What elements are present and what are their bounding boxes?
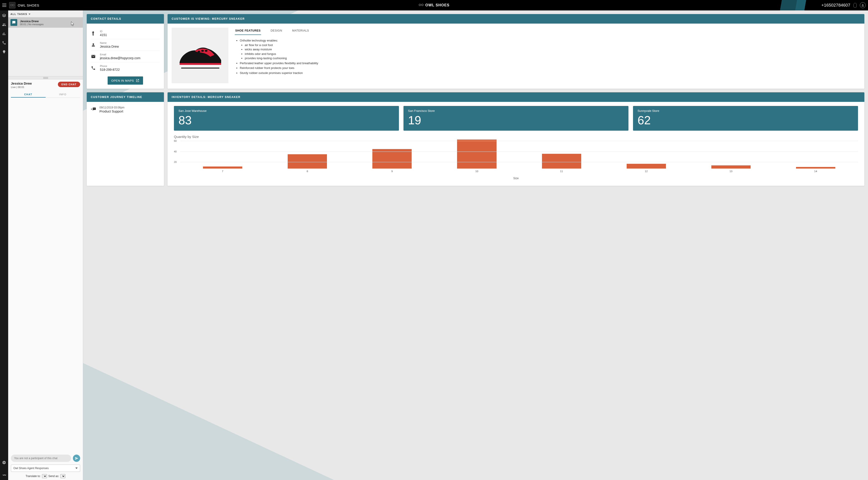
svg-point-5 [95,108,95,109]
svg-point-1 [201,50,204,52]
contact-email-value: jessica.drew@hspycorp.com [100,56,140,60]
tab-shoe-features[interactable]: SHOE FEATURES [235,28,261,35]
owl-logo-icon [9,2,16,8]
incoming-chat-icon [91,107,96,112]
feature-subitem: air flow for a cool foot [245,43,860,47]
inventory-location-card: San Jose Warehouse83 [174,106,399,131]
sneaker-icon [176,39,224,73]
chevron-down-icon [29,13,30,15]
contact-phone-label: Phone [100,65,120,67]
contact-id-value: 4151 [100,33,107,37]
journey-title: CUSTOMER JOURNEY TIMELINE [87,92,164,102]
journey-card: CUSTOMER JOURNEY TIMELINE 09/11/2019 03:… [87,92,164,186]
chart-bar: 14 [782,167,849,173]
chart-title: Quantity by Size [174,135,858,139]
inventory-title: INVENTORY DETAILS: MERCURY SNEAKER [167,92,864,102]
settings-icon[interactable] [2,460,6,465]
chart-x-tick: 8 [307,170,308,173]
feature-item: Sturdy rubber outsole promises superior … [240,71,860,75]
feature-item: Reinforced rubber front protects your to… [240,66,860,70]
chart-bar: 13 [697,165,765,173]
translate-select[interactable] [42,474,47,478]
send-icon [75,457,78,460]
open-external-icon [136,79,140,82]
chart-bar: 11 [528,154,595,173]
feature-subitem: provides long-lasting cushioning [245,56,860,61]
tab-info[interactable]: INFO [45,92,81,98]
brand-center-text: OWL SHOES [425,3,450,7]
tab-design[interactable]: DESIGN [270,28,283,35]
chart-x-tick: 12 [645,170,648,173]
chat-messages-area [11,98,80,453]
chart-y-tick: 40 [174,150,177,153]
header-phone: +16502784607 [822,3,850,8]
product-image [172,28,228,83]
svg-point-3 [93,108,94,109]
open-in-maps-button[interactable]: OPEN IN MAPS [107,76,143,84]
task-filter-label: ALL TASKS [10,13,27,15]
inventory-location-name: Sunnyvale Store [638,109,854,112]
chart-bar: 8 [273,154,341,173]
sendas-select[interactable] [60,474,65,478]
task-row[interactable]: Jessica Drew 00:01 | No messages [8,17,83,28]
inventory-location-name: San Jose Warehouse [179,109,394,112]
phone-icon[interactable] [2,41,6,45]
inventory-location-card: San Francisco Store19 [403,106,628,131]
inventory-location-qty: 62 [638,113,854,127]
feature-subitem: inhibits odor and fungus [245,52,860,56]
agent-responses-select[interactable]: Owl Shoes Agent Responses [11,465,80,472]
brand-center: OWL SHOES [418,3,450,8]
lightbulb-icon[interactable] [2,50,6,54]
contact-phone-value: 518-299-8722 [100,68,120,71]
chart-y-tick: 60 [174,139,177,142]
inventory-location-card: Sunnyvale Store62 [633,106,858,131]
contact-details-title: CONTACT DETAILS [87,14,164,24]
svg-point-2 [205,50,208,52]
task-meta: 00:01 | No messages [20,23,43,26]
tab-chat[interactable]: CHAT [11,92,45,98]
inventory-location-qty: 83 [179,113,394,127]
menu-icon[interactable] [2,4,6,7]
chart-bar: 10 [443,139,511,173]
chart-x-tick: 10 [475,170,478,173]
translate-label: Translate to: [26,475,41,478]
chart-bar: 7 [189,167,256,173]
analytics-icon[interactable] [2,32,6,36]
chat-input[interactable] [11,455,71,462]
contacts-icon[interactable] [2,23,6,27]
svg-point-4 [94,108,94,109]
contact-details-card: CONTACT DETAILS ID4151 NameJessica Drew … [87,14,164,89]
inventory-location-name: San Francisco Store [408,109,624,112]
customer-viewing-title: CUSTOMER IS VIEWING: MERCURY SNEAKER [167,14,864,24]
end-chat-button[interactable]: END CHAT [58,82,80,87]
chart-x-tick: 11 [560,170,563,173]
chart-x-axis-title: Size [513,177,519,180]
microphone-icon[interactable] [854,3,857,7]
pane-resize-handle[interactable] [8,76,83,79]
contact-id-label: ID [100,30,107,33]
glasses-icon[interactable] [2,473,6,477]
contact-email-label: Email [100,53,140,56]
top-bar: OWL SHOES OWL SHOES +16502784607 [0,0,868,10]
tab-materials[interactable]: MATERIALS [292,28,309,35]
journey-event: Product Support [99,110,124,113]
user-avatar-icon[interactable] [860,2,866,8]
brand-left-text: OWL SHOES [18,3,39,7]
contact-name-label: Name [100,41,119,44]
left-rail [0,10,8,480]
chart-x-tick: 13 [730,170,733,173]
email-icon [91,54,96,59]
inventory-card: INVENTORY DETAILS: MERCURY SNEAKER San J… [167,92,864,186]
sendas-label: Send as: [49,475,59,478]
feature-subitem: wicks away moisture [245,47,860,52]
brand-left: OWL SHOES [9,2,39,8]
workspace: CONTACT DETAILS ID4151 NameJessica Drew … [83,10,868,480]
tasks-icon[interactable] [2,13,6,18]
task-name: Jessica Drew [20,20,43,23]
svg-point-0 [197,51,200,53]
task-filter-dropdown[interactable]: ALL TASKS [8,10,83,17]
chart-x-tick: 9 [392,170,393,173]
contact-name-value: Jessica Drew [100,45,119,48]
agent-responses-label: Owl Shoes Agent Responses [13,467,49,470]
send-button[interactable] [73,455,80,462]
